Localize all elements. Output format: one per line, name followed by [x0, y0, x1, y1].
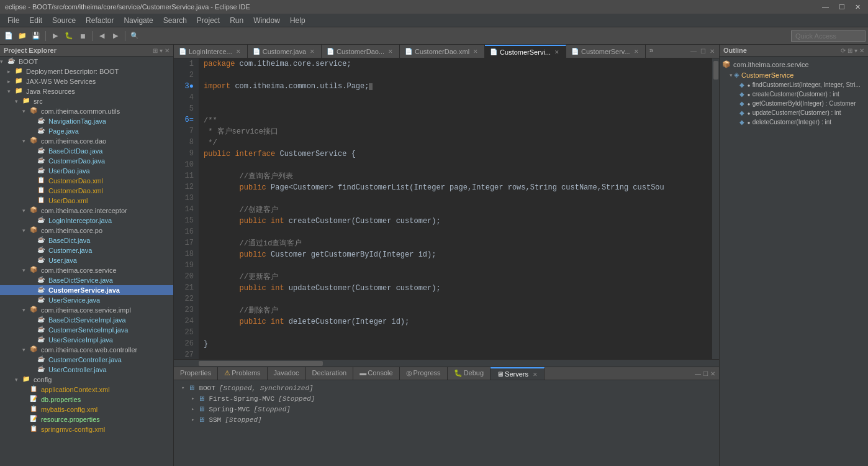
tab-customerdao-java[interactable]: 📄 CustomerDao... ✕ — [322, 45, 400, 58]
menu-search[interactable]: Search — [158, 15, 192, 26]
pe-menu-icon[interactable]: ▾ — [160, 47, 163, 54]
tab-customerdao-xml[interactable]: 📄 CustomerDao.xml ✕ — [400, 45, 485, 58]
tree-item-com.itheima.core.interceptor[interactable]: ▾📦com.itheima.core.interceptor — [0, 206, 173, 216]
tab-close-customerservice2[interactable]: ✕ — [633, 48, 640, 55]
tree-item-Customer.java[interactable]: ☕Customer.java — [0, 245, 173, 255]
toolbar-back[interactable]: ◀ — [96, 30, 108, 42]
tab-close-customerservice[interactable]: ✕ — [553, 49, 561, 55]
bottom-tab-console[interactable]: ▬Console — [353, 367, 399, 380]
editor-max-icon[interactable]: ☐ — [698, 48, 708, 55]
maximize-button[interactable]: ☐ — [836, 3, 848, 11]
menu-refactor[interactable]: Refactor — [81, 15, 119, 26]
tree-item-deployment[interactable]: ▸📁Deployment Descriptor: BOOT — [0, 66, 173, 76]
tab-overflow[interactable]: » — [646, 45, 658, 58]
tree-item-boot[interactable]: ▾☕BOOT — [0, 57, 173, 66]
toolbar-new[interactable]: 📄 — [2, 30, 15, 42]
toolbar-save[interactable]: 💾 — [30, 30, 42, 42]
toolbar-run[interactable]: ▶ — [49, 30, 61, 42]
tree-item-UserDao.xml[interactable]: 📋UserDao.xml — [0, 196, 173, 206]
tab-customerservice2[interactable]: 📄 CustomerServ... ✕ — [566, 45, 646, 58]
menu-navigate[interactable]: Navigate — [119, 15, 158, 26]
tree-item-CustomerDao.java[interactable]: ☕CustomerDao.java — [0, 156, 173, 166]
tab-customerservice-active[interactable]: 📄 CustomerServi... ✕ — [485, 45, 566, 58]
outline-method-1[interactable]: ◆ ⬥ findCustomerList(Integer, Integer, S… — [720, 80, 868, 89]
tab-close-customer[interactable]: ✕ — [309, 48, 316, 55]
tree-item-UserServiceImpl.java[interactable]: ☕UserServiceImpl.java — [0, 335, 173, 345]
tree-item-User.java[interactable]: ☕User.java — [0, 255, 173, 265]
menu-edit[interactable]: Edit — [24, 15, 47, 26]
outline-menu-icon[interactable]: ▾ — [854, 47, 857, 54]
server-ssm[interactable]: ▸ 🖥 SSM [Stopped] — [179, 414, 714, 425]
server-boot[interactable]: ▾ 🖥 BOOT [Stopped, Synchronized] — [179, 383, 714, 393]
minimize-button[interactable]: — — [820, 3, 831, 11]
server-firstspring[interactable]: ▸ 🖥 First-Spring-MVC [Stopped] — [179, 393, 714, 404]
servers-tab-close[interactable]: ✕ — [533, 372, 538, 378]
bottom-maximize-icon[interactable]: ☐ — [703, 370, 708, 377]
menu-help[interactable]: Help — [285, 15, 310, 26]
tree-item-LoginInterceptor.java[interactable]: ☕LoginInterceptor.java — [0, 216, 173, 226]
tree-item-jaxws[interactable]: ▸📁JAX-WS Web Services — [0, 76, 173, 86]
bottom-close-icon[interactable]: ✕ — [710, 370, 715, 377]
tree-item-UserController.java[interactable]: ☕UserController.java — [0, 365, 173, 375]
editor-min-icon[interactable]: — — [689, 48, 698, 55]
tree-item-src[interactable]: ▾📁src — [0, 96, 173, 106]
outline-interface[interactable]: ▾ ◈ CustomerService — [720, 70, 868, 80]
bottom-tab-progress[interactable]: ◎Progress — [400, 367, 448, 380]
tree-item-com.itheima.core.service.impl[interactable]: ▾📦com.itheima.core.service.impl — [0, 305, 173, 315]
toolbar-open[interactable]: 📁 — [16, 30, 29, 42]
bottom-tab-problems[interactable]: ⚠Problems — [218, 367, 267, 380]
tree-item-db.properties[interactable]: 📝db.properties — [0, 395, 173, 404]
tree-item-UserService.java[interactable]: ☕UserService.java — [0, 295, 173, 305]
toolbar-forward[interactable]: ▶ — [109, 30, 122, 42]
tree-item-java-resources[interactable]: ▾📁Java Resources — [0, 86, 173, 96]
toolbar-search[interactable]: 🔍 — [129, 30, 141, 42]
menu-source[interactable]: Source — [47, 15, 81, 26]
bottom-tab-servers[interactable]: 🖥Servers ✕ — [491, 367, 545, 380]
menu-project[interactable]: Project — [192, 15, 225, 26]
tree-item-BaseDict.java[interactable]: ☕BaseDict.java — [0, 235, 173, 245]
tree-item-resource.properties[interactable]: 📝resource.properties — [0, 414, 173, 424]
tree-item-NavigationTag.java[interactable]: ☕NavigationTag.java — [0, 116, 173, 126]
bottom-tab-debug[interactable]: 🐛Debug — [448, 367, 491, 380]
editor-scrollbar-v[interactable] — [712, 58, 719, 359]
outline-method-4[interactable]: ◆ ⬥ updateCustomer(Customer) : int — [720, 108, 868, 117]
toolbar-debug[interactable]: 🐛 — [63, 30, 75, 42]
tree-item-springmvc-config.xml[interactable]: 📋springmvc-config.xml — [0, 424, 173, 434]
toolbar-stop[interactable]: ⏹ — [76, 30, 89, 42]
bottom-minimize-icon[interactable]: — — [695, 370, 701, 377]
tree-item-BaseDictServiceImpl.java[interactable]: ☕BaseDictServiceImpl.java — [0, 315, 173, 325]
bottom-tab-properties[interactable]: Properties — [174, 367, 218, 380]
tree-item-CustomerService.java[interactable]: ☕CustomerService.java — [0, 285, 173, 295]
tab-close-customerdao[interactable]: ✕ — [387, 48, 394, 55]
tree-item-CustomerServiceImpl.java[interactable]: ☕CustomerServiceImpl.java — [0, 325, 173, 335]
tree-item-com.itheima.common.utils[interactable]: ▾📦com.itheima.common.utils — [0, 106, 173, 116]
outline-sync-icon[interactable]: ⟳ — [841, 47, 846, 54]
tree-item-com.itheima.core.dao[interactable]: ▾📦com.itheima.core.dao — [0, 136, 173, 146]
outline-method-2[interactable]: ◆ ⬥ createCustomer(Customer) : int — [720, 89, 868, 99]
tree-item-UserDao.java[interactable]: ☕UserDao.java — [0, 166, 173, 176]
tab-logininerce[interactable]: 📄 LoginInterce... ✕ — [174, 45, 248, 58]
tree-item-com.itheima.core.po[interactable]: ▾📦com.itheima.core.po — [0, 226, 173, 235]
bottom-tab-declaration[interactable]: Declaration — [306, 367, 354, 380]
pe-collapse-icon[interactable]: ⊞ — [153, 47, 158, 54]
scrollbar-thumb-h[interactable] — [199, 361, 323, 366]
outline-close-icon[interactable]: ✕ — [859, 47, 864, 54]
tree-item-applicationContext.xml[interactable]: 📋applicationContext.xml — [0, 385, 173, 395]
tree-item-CustomerController.java[interactable]: ☕CustomerController.java — [0, 355, 173, 365]
tab-customer-java[interactable]: 📄 Customer.java ✕ — [248, 45, 322, 58]
tree-item-mybatis-config.xml[interactable]: 📋mybatis-config.xml — [0, 404, 173, 414]
pe-close-icon[interactable]: ✕ — [165, 47, 170, 54]
editor-close-icon[interactable]: ✕ — [708, 48, 717, 55]
tree-item-CustomerDao_xml2[interactable]: 📋CustomerDao.xml — [0, 186, 173, 196]
tree-item-com.itheima.core.web.controller[interactable]: ▾📦com.itheima.core.web.controller — [0, 345, 173, 355]
quick-access-input[interactable] — [791, 30, 866, 42]
server-springmvc[interactable]: ▸ 🖥 Spring-MVC [Stopped] — [179, 404, 714, 414]
outline-collapse-icon[interactable]: ⊞ — [848, 47, 852, 54]
menu-window[interactable]: Window — [248, 15, 285, 26]
close-button[interactable]: ✕ — [852, 3, 863, 11]
tab-close-logininerce[interactable]: ✕ — [235, 48, 242, 55]
tree-item-config[interactable]: ▾📁config — [0, 375, 173, 385]
tab-close-customerdaxml[interactable]: ✕ — [472, 48, 479, 55]
outline-method-3[interactable]: ◆ ⬥ getCustomerById(Integer) : Customer — [720, 99, 868, 108]
outline-method-5[interactable]: ◆ ⬥ deleteCustomer(Integer) : int — [720, 117, 868, 127]
